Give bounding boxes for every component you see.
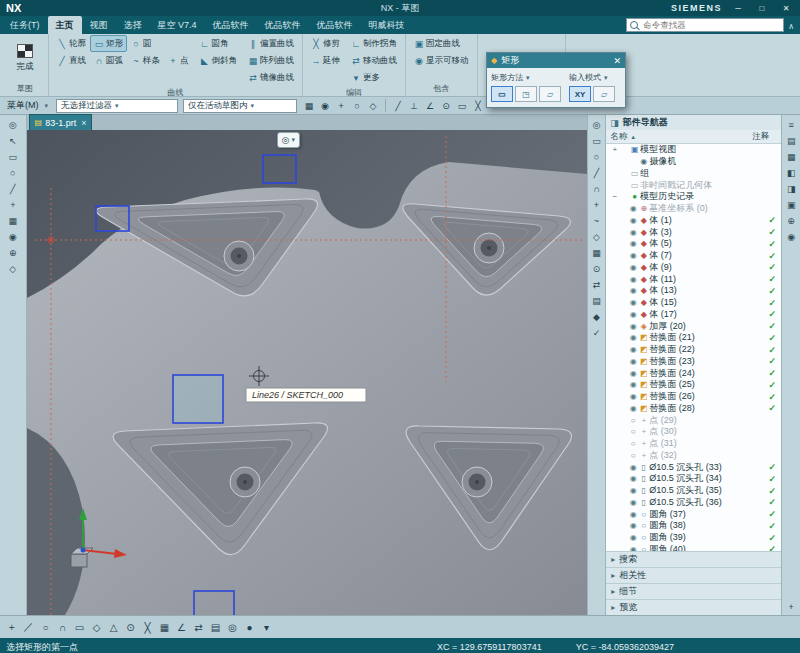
ribbon-button[interactable]: ~样条 (127, 52, 164, 69)
sketch-tool-icon[interactable]: ▤ (208, 620, 223, 635)
feature-tree-row[interactable]: ○ + 点 (29) (606, 414, 781, 426)
feature-tree-row[interactable]: + ▣ 模型视图 (606, 144, 781, 156)
palette-tool-icon[interactable]: ▭ (589, 134, 603, 148)
left-tool-icon[interactable]: ⊕ (6, 246, 20, 260)
snap-toggle-icon[interactable]: ╱ (391, 99, 405, 112)
rect-method-button[interactable]: ◳ (515, 86, 537, 102)
feature-tree-row[interactable]: ◉ ◩ 替换面 (25) ✓ (606, 379, 781, 391)
ribbon-tab[interactable]: 优品软件 (257, 16, 309, 34)
ribbon-button[interactable]: ▭矩形 (90, 35, 127, 52)
rect-method-header[interactable]: 矩形方法 (491, 72, 561, 83)
ribbon-button[interactable]: ▣固定曲线 (410, 35, 473, 52)
visibility-eye-icon[interactable]: ◉ (628, 498, 638, 507)
visibility-eye-icon[interactable]: ◉ (628, 204, 638, 213)
column-comment[interactable]: 注释 (752, 131, 777, 143)
visibility-eye-icon[interactable]: ◉ (628, 251, 638, 260)
feature-tree-row[interactable]: ◉ ◩ 替换面 (28) ✓ (606, 403, 781, 415)
palette-tool-icon[interactable]: ∩ (589, 182, 603, 196)
snap-toggle-icon[interactable]: ◇ (366, 99, 380, 112)
column-name[interactable]: 名称 (610, 131, 627, 143)
feature-tree-row[interactable]: ◉ ◆ 体 (7) ✓ (606, 250, 781, 262)
rectangle-dialog[interactable]: ◆ 矩形 ✕ 矩形方法 ▭◳▱ 输入模式 XY▱ (486, 52, 626, 108)
feature-tree-row[interactable]: ◉ ◆ 体 (15) ✓ (606, 297, 781, 309)
ribbon-button[interactable]: ∟圆角 (196, 35, 242, 52)
palette-tool-icon[interactable]: ○ (589, 150, 603, 164)
visibility-eye-icon[interactable]: ◉ (628, 357, 638, 366)
command-finder[interactable] (626, 18, 784, 32)
visibility-eye-icon[interactable]: ◉ (628, 369, 638, 378)
visibility-eye-icon[interactable]: ◉ (628, 263, 638, 272)
resource-tab-icon[interactable]: ◧ (784, 166, 798, 180)
left-tool-icon[interactable]: ▭ (6, 150, 20, 164)
snap-toggle-icon[interactable]: ▭ (455, 99, 469, 112)
panel-section-header[interactable]: 搜索 (606, 551, 781, 567)
left-tool-icon[interactable]: + (6, 198, 20, 212)
visibility-eye-icon[interactable]: ◉ (628, 463, 638, 472)
sketch-tool-icon[interactable]: ╳ (140, 620, 155, 635)
visibility-eye-icon[interactable]: ◉ (628, 533, 638, 542)
snap-toggle-icon[interactable]: ○ (350, 99, 364, 112)
visibility-eye-icon[interactable]: ○ (628, 416, 638, 425)
sketch-tool-icon[interactable]: ▾ (259, 620, 274, 635)
feature-tree-row[interactable]: ◉ ◆ 体 (1) ✓ (606, 215, 781, 227)
minimize-button[interactable]: ─ (730, 4, 746, 13)
panel-section-header[interactable]: 细节 (606, 583, 781, 599)
visibility-eye-icon[interactable]: ◉ (628, 486, 638, 495)
visibility-eye-icon[interactable]: ○ (628, 427, 638, 436)
tab-close-icon[interactable]: × (81, 118, 86, 128)
ribbon-button[interactable]: →延伸 (307, 52, 344, 69)
snap-toggle-icon[interactable]: ◉ (318, 99, 332, 112)
feature-tree-row[interactable]: ◉ ▯ Ø10.5 沉头孔 (36) ✓ (606, 497, 781, 509)
command-finder-input[interactable] (641, 19, 780, 31)
visibility-eye-icon[interactable]: ◉ (628, 275, 638, 284)
palette-tool-icon[interactable]: ▤ (589, 294, 603, 308)
ribbon-tab[interactable]: 选择 (116, 16, 150, 34)
snap-toggle-icon[interactable]: ⊙ (439, 99, 453, 112)
left-tool-icon[interactable]: ╱ (6, 182, 20, 196)
ribbon-button[interactable]: ╳修剪 (307, 35, 344, 52)
visibility-eye-icon[interactable]: ◉ (628, 474, 638, 483)
feature-tree-row[interactable]: ◉ ◆ 体 (11) ✓ (606, 273, 781, 285)
visibility-eye-icon[interactable]: ◉ (628, 510, 638, 519)
sketch-tool-icon[interactable]: ○ (38, 620, 53, 635)
finish-sketch-button[interactable]: 完成 (6, 35, 44, 81)
tools-icon[interactable]: + (784, 600, 798, 614)
selection-filter-dropdown[interactable]: 无选择过滤器 (56, 99, 178, 113)
visibility-eye-icon[interactable]: ◉ (628, 521, 638, 530)
feature-tree-row[interactable]: ○ + 点 (30) (606, 426, 781, 438)
sketch-tool-icon[interactable]: ◇ (89, 620, 104, 635)
ribbon-button[interactable]: ⇄镜像曲线 (244, 69, 298, 86)
ribbon-button[interactable]: ▦阵列曲线 (244, 52, 298, 69)
left-tool-icon[interactable]: ↖ (6, 134, 20, 148)
sketch-tool-icon[interactable]: △ (106, 620, 121, 635)
visibility-eye-icon[interactable]: ◉ (628, 345, 638, 354)
expand-toggle[interactable]: − (610, 192, 619, 201)
sketch-tool-icon[interactable]: ／ (21, 620, 36, 635)
graphics-window[interactable]: Line26 / SKETCH_000 ◎ (27, 130, 587, 615)
resource-tab-icon[interactable]: ◉ (784, 230, 798, 244)
snap-toggle-icon[interactable]: ▦ (302, 99, 316, 112)
palette-tool-icon[interactable]: ✓ (589, 326, 603, 340)
feature-tree-row[interactable]: ◉ ◆ 体 (9) ✓ (606, 262, 781, 274)
palette-tool-icon[interactable]: ▦ (589, 246, 603, 260)
ribbon-button[interactable]: +点 (164, 52, 193, 69)
left-tool-icon[interactable]: ▦ (6, 214, 20, 228)
sketch-tool-icon[interactable]: ⊙ (123, 620, 138, 635)
feature-tree-row[interactable]: ◉ ○ 圆角 (38) ✓ (606, 520, 781, 532)
ribbon-button[interactable]: ∟制作拐角 (347, 35, 401, 52)
feature-tree-row[interactable]: ◉ ⊕ 基准坐标系 (0) (606, 203, 781, 215)
resource-tab-icon[interactable]: ≡ (784, 118, 798, 132)
visibility-eye-icon[interactable]: ◉ (628, 228, 638, 237)
feature-tree-row[interactable]: ◉ ◩ 替换面 (22) ✓ (606, 344, 781, 356)
maximize-button[interactable]: □ (754, 4, 770, 13)
dialog-close-icon[interactable]: ✕ (613, 56, 621, 66)
visibility-eye-icon[interactable]: ◉ (628, 404, 638, 413)
left-tool-icon[interactable]: ○ (6, 166, 20, 180)
visibility-eye-icon[interactable]: ◉ (628, 322, 638, 331)
sketch-tool-icon[interactable]: ∩ (55, 620, 70, 635)
close-button[interactable]: ✕ (778, 4, 794, 13)
panel-section-header[interactable]: 相关性 (606, 567, 781, 583)
visibility-eye-icon[interactable]: ◉ (628, 216, 638, 225)
ribbon-button[interactable]: ∩圆弧 (90, 52, 127, 69)
visibility-eye-icon[interactable]: ◉ (628, 298, 638, 307)
